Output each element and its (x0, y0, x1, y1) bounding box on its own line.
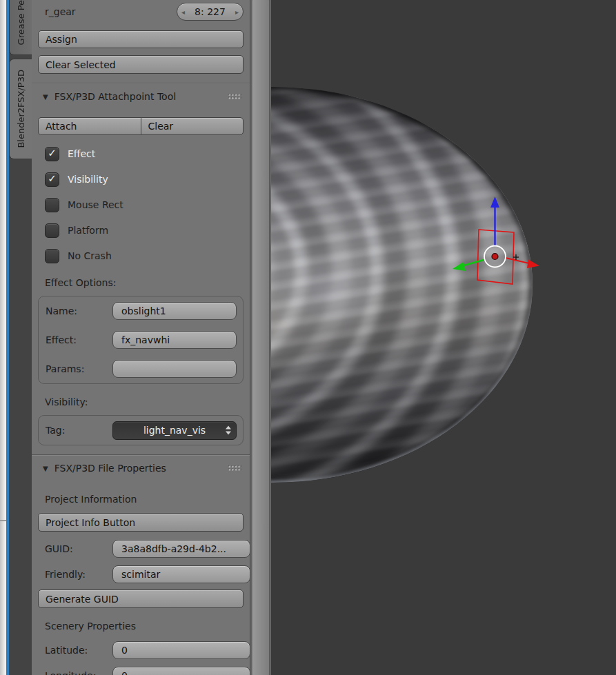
panel-title: FSX/P3D Attachpoint Tool (54, 91, 228, 102)
attach-clear-buttons: Attach Clear (38, 117, 244, 135)
project-info-button[interactable]: Project Info Button (38, 513, 244, 532)
params-field-label: Params: (44, 363, 112, 374)
checkbox-effect[interactable]: ✓ Effect (38, 146, 244, 161)
effect-field[interactable] (112, 331, 237, 349)
tag-field-row: Tag: light_nav_vis (44, 421, 237, 439)
toolshelf-tab-column: Grease Pe Blender2FSX/P3D (9, 0, 32, 675)
editor-divider (0, 520, 6, 521)
params-field-row: Params: (44, 360, 237, 378)
gizmo-z-arrowhead-icon[interactable] (490, 197, 499, 208)
tab-grease-pencil[interactable]: Grease Pe (9, 0, 32, 55)
checkbox-platform[interactable]: Platform (38, 223, 244, 238)
tag-field-label: Tag: (44, 425, 112, 436)
longitude-field[interactable] (112, 667, 250, 675)
scenery-properties-heading: Scenery Properties (38, 621, 244, 632)
guid-field-label: GUID: (38, 543, 112, 554)
clear-selected-button[interactable]: Clear Selected (38, 55, 244, 74)
object-origin-dot (492, 254, 498, 260)
collapse-triangle-icon[interactable]: ▼ (43, 465, 48, 472)
guid-field-row: GUID: (38, 539, 244, 558)
cursor-crosshair-icon (513, 254, 519, 260)
checkbox-box[interactable] (45, 198, 59, 212)
tag-dropdown[interactable]: light_nav_vis (112, 421, 237, 440)
project-information-heading: Project Information (38, 494, 244, 505)
latitude-field-row: Latitude: (38, 641, 244, 659)
name-field[interactable] (112, 302, 237, 320)
clear-button[interactable]: Clear (141, 117, 244, 135)
counter-prev-icon[interactable]: ◂ (181, 3, 185, 20)
checkbox-label: Mouse Rect (68, 199, 123, 210)
params-field[interactable] (112, 360, 237, 378)
longitude-field-row: Longitude: (38, 666, 244, 675)
attach-button[interactable]: Attach (38, 117, 141, 135)
check-icon: ✓ (48, 174, 57, 184)
checkbox-box[interactable]: ✓ (45, 172, 59, 187)
friendly-field[interactable] (112, 565, 250, 583)
effect-field-row: Effect: (44, 331, 237, 349)
collapse-triangle-icon[interactable]: ▼ (43, 93, 48, 101)
panel-grip-icon[interactable] (228, 94, 241, 100)
attachpoint-panel-header[interactable]: ▼ FSX/P3D Attachpoint Tool (38, 90, 244, 103)
visibility-heading: Visibility: (38, 396, 244, 407)
assign-button[interactable]: Assign (38, 30, 244, 48)
checkbox-no-crash[interactable]: No Crash (38, 248, 244, 263)
tab-label: Blender2FSX/P3D (16, 70, 26, 148)
name-field-row: Name: (44, 302, 237, 320)
vertex-group-row: r_gear ◂ 8: 227 ▸ (38, 2, 244, 21)
tab-blender2fsx-p3d[interactable]: Blender2FSX/P3D (9, 59, 32, 159)
checkbox-box[interactable] (45, 249, 59, 263)
toolshelf-scrollbar (250, 0, 271, 675)
adjacent-editor-edge (0, 0, 6, 675)
friendly-field-row: Friendly: (38, 565, 244, 583)
scrollbar-thumb[interactable] (252, 0, 270, 675)
checkbox-box[interactable]: ✓ (45, 147, 59, 161)
panel-separator (32, 454, 250, 456)
checkbox-label: No Crash (68, 250, 112, 261)
gizmo-y-axis[interactable] (461, 260, 485, 267)
visibility-group: Tag: light_nav_vis (38, 415, 244, 445)
gizmo-y-arrowhead-icon[interactable] (453, 262, 466, 271)
counter-value: 8: 227 (195, 6, 226, 17)
panel-title: FSX/P3D File Properties (54, 463, 228, 474)
checkbox-label: Visibility (68, 174, 108, 185)
checkbox-label: Platform (68, 225, 108, 236)
3d-viewport[interactable] (271, 0, 616, 675)
effect-options-group: Name: Effect: Params: (38, 296, 244, 384)
vertex-weight-counter[interactable]: ◂ 8: 227 ▸ (177, 3, 244, 21)
gizmo-x-axis[interactable] (506, 258, 529, 263)
transform-gizmo (271, 0, 616, 675)
effect-field-label: Effect: (44, 334, 112, 345)
vertex-group-name: r_gear (45, 6, 76, 17)
checkbox-label: Effect (68, 148, 95, 159)
checkbox-box[interactable] (45, 223, 59, 238)
guid-field[interactable] (112, 540, 250, 558)
checkbox-visibility[interactable]: ✓ Visibility (38, 172, 244, 187)
latitude-field[interactable] (112, 641, 250, 659)
checkbox-mouse-rect[interactable]: Mouse Rect (38, 197, 244, 212)
dropdown-arrows-icon (226, 426, 231, 435)
generate-guid-button[interactable]: Generate GUID (38, 590, 244, 608)
name-field-label: Name: (44, 305, 112, 316)
tab-label: Grease Pe (16, 0, 26, 45)
toolshelf-panel: r_gear ◂ 8: 227 ▸ Assign Clear Selected … (32, 0, 250, 675)
latitude-field-label: Latitude: (38, 645, 112, 656)
tag-dropdown-value: light_nav_vis (143, 425, 206, 436)
longitude-field-label: Longitude: (38, 670, 112, 675)
file-properties-panel-header[interactable]: ▼ FSX/P3D File Properties (38, 461, 244, 475)
panel-separator (32, 83, 250, 84)
friendly-field-label: Friendly: (38, 569, 112, 580)
effect-options-heading: Effect Options: (38, 277, 244, 288)
gizmo-x-arrowhead-icon[interactable] (527, 260, 539, 269)
panel-grip-icon[interactable] (228, 465, 241, 472)
check-icon: ✓ (48, 148, 57, 159)
blender-window: { "colors": { "accent_blue": "#2e7ec0", … (0, 0, 616, 675)
counter-next-icon[interactable]: ▸ (235, 3, 239, 20)
